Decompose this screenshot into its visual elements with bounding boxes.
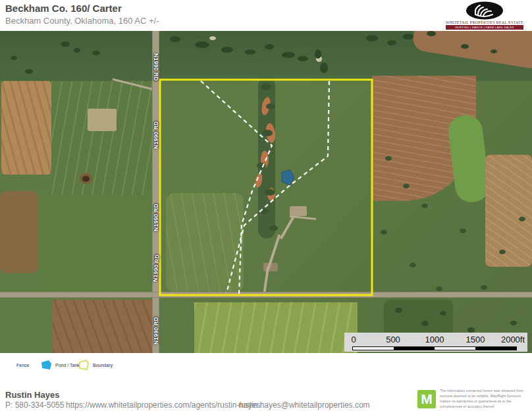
header: Beckham Co. 160/ Carter Beckham County, …: [0, 0, 532, 31]
legend-label-pond: Pond / Tank: [55, 363, 80, 368]
legend-label-boundary: Boundary: [93, 363, 113, 368]
road-label-n1990: N1990 RD: [153, 49, 159, 86]
agent-email-link[interactable]: rustin.hayes@whitetailproperties.com: [238, 400, 370, 410]
footer: Rustin Hayes P: 580-334-5055 https://www…: [0, 379, 532, 411]
legend: Fence Pond / Tank Boundary: [0, 353, 532, 379]
logo-company-name: WHITETAIL PROPERTIES REAL ESTATE: [446, 20, 523, 24]
disclaimer-text: The information contained herein was obt…: [440, 389, 528, 410]
scale-tick: 1500: [466, 335, 485, 344]
fence-legend-icon: [1, 366, 14, 367]
pond-feature: [282, 170, 294, 185]
property-map-page: Beckham Co. 160/ Carter Beckham County, …: [0, 0, 532, 411]
scale-tick: 2000ft: [501, 335, 525, 344]
road-label-n1990: N1990 RD: [153, 199, 159, 236]
scale-tick: 0: [351, 335, 356, 344]
road-label-n1990: N1990 RD: [153, 117, 159, 153]
horizontal-road: [0, 292, 532, 298]
page-subtitle: Beckham County, Oklahoma, 160 AC +/-: [5, 16, 159, 26]
pond-legend-icon: [41, 360, 52, 371]
antler-logo-icon: [466, 1, 504, 20]
scale-bar: 0 500 1000 1500 2000ft: [344, 333, 527, 352]
road-label-n1990: N1990 RD: [153, 312, 159, 349]
legend-label-fence: Fence: [16, 363, 29, 368]
page-title: Beckham Co. 160/ Carter: [5, 3, 122, 14]
logo-tagline: HUNTING | RANCH | FARM LAND SALES: [446, 25, 523, 30]
scale-tick: 500: [386, 335, 400, 344]
scale-tick: 1000: [425, 335, 444, 344]
scale-bar-segments: [352, 346, 517, 350]
agent-phone: P: 580-334-5055: [5, 400, 64, 410]
mapright-logo: M: [417, 390, 436, 408]
aerial-map[interactable]: N1990 RD N1990 RD N1990 RD N1990 RD N199…: [0, 31, 532, 353]
agent-url-link[interactable]: https://www.whitetailproperties.com/agen…: [66, 400, 260, 410]
agent-name: Rustin Hayes: [5, 390, 59, 400]
whitetail-properties-logo: WHITETAIL PROPERTIES REAL ESTATE HUNTING…: [444, 1, 525, 30]
boundary-legend-icon: [78, 360, 90, 371]
